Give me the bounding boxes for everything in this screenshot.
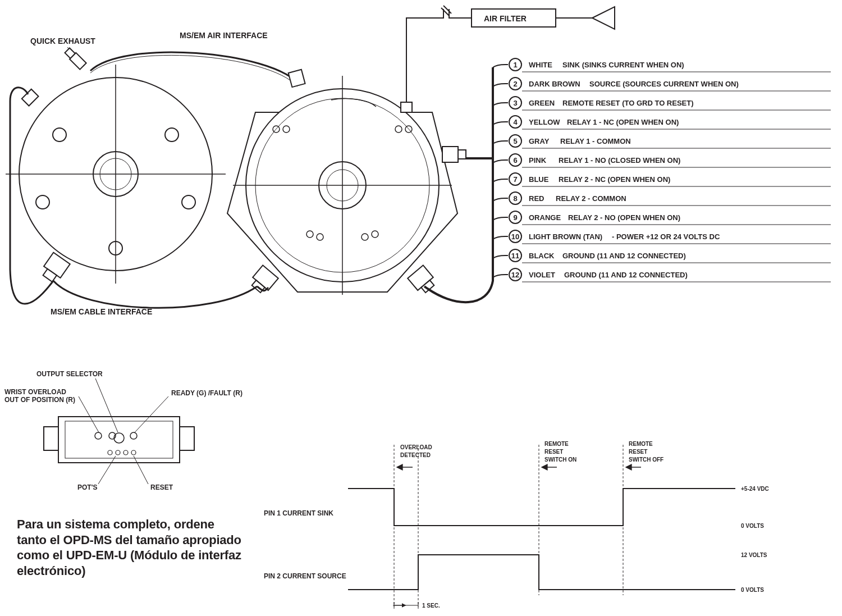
- svg-rect-37: [458, 150, 466, 159]
- svg-text:12: 12: [511, 271, 519, 279]
- pin-row-6: 6 PINK RELAY 1 - NO (CLOSED WHEN ON): [509, 154, 831, 167]
- svg-text:11: 11: [511, 252, 519, 260]
- svg-text:0 VOLTS: 0 VOLTS: [741, 587, 764, 593]
- svg-text:+5-24 VDC: +5-24 VDC: [741, 486, 769, 492]
- svg-text:REMOTE: REMOTE: [629, 441, 653, 447]
- svg-text:3: 3: [513, 99, 517, 107]
- svg-text:9: 9: [513, 213, 517, 222]
- pin-row-5: 5 GRAY RELAY 1 - COMMON: [509, 135, 831, 148]
- svg-rect-104: [44, 427, 58, 450]
- svg-text:BLACK: BLACK: [529, 252, 555, 260]
- wrist-overload-label-2: OUT OF POSITION (R): [4, 396, 75, 404]
- svg-text:REMOTE RESET (TO GRD TO RESET): REMOTE RESET (TO GRD TO RESET): [562, 99, 694, 107]
- quick-exhaust-label: QUICK EXHAUST: [30, 36, 95, 45]
- left-flange: [6, 65, 226, 284]
- svg-text:6: 6: [513, 156, 517, 165]
- svg-text:ORANGE: ORANGE: [529, 213, 561, 222]
- msem-air-label: MS/EM AIR INTERFACE: [180, 31, 268, 40]
- ready-fault-label: READY (G) /FAULT (R): [171, 389, 242, 397]
- pin-row-9: 9 ORANGE RELAY 2 - NO (OPEN WHEN ON): [509, 211, 831, 225]
- svg-text:RELAY 2 - COMMON: RELAY 2 - COMMON: [556, 194, 626, 203]
- svg-text:DETECTED: DETECTED: [400, 452, 431, 458]
- pin-row-8: 8 RED RELAY 2 - COMMON: [509, 192, 831, 206]
- svg-text:PIN 2 CURRENT SOURCE: PIN 2 CURRENT SOURCE: [264, 572, 346, 580]
- spanish-note: Para un sistema completo, ordene tanto e…: [17, 517, 241, 578]
- svg-text:5: 5: [513, 137, 517, 145]
- svg-text:RELAY 1 - NO (CLOSED WHEN ON): RELAY 1 - NO (CLOSED WHEN ON): [559, 156, 680, 165]
- svg-text:LIGHT BROWN (TAN): LIGHT BROWN (TAN): [529, 232, 602, 241]
- svg-text:GREEN: GREEN: [529, 99, 555, 107]
- pin-row-11: 11 BLACK GROUND (11 AND 12 CONNECTED): [509, 249, 831, 263]
- reset-label: RESET: [150, 483, 173, 491]
- svg-text:10: 10: [511, 232, 519, 241]
- quick-exhaust-fitting: [64, 47, 86, 70]
- pin-row-10: 10 LIGHT BROWN (TAN) - POWER +12 OR 24 V…: [509, 230, 831, 244]
- pin-row-4: 4 YELLOW RELAY 1 - NC (OPEN WHEN ON): [509, 116, 831, 129]
- em-module: [44, 417, 194, 463]
- svg-text:GRAY: GRAY: [529, 137, 550, 145]
- timing-diagram: OVERLOAD DETECTED REMOTE RESET SWITCH ON…: [264, 441, 769, 609]
- svg-text:8: 8: [513, 194, 517, 203]
- pots-label: POT'S: [77, 483, 98, 491]
- svg-text:RELAY 2 - NC (OPEN WHEN ON): RELAY 2 - NC (OPEN WHEN ON): [559, 175, 670, 184]
- svg-text:YELLOW: YELLOW: [529, 118, 560, 126]
- svg-text:VIOLET: VIOLET: [529, 271, 555, 279]
- svg-text:REMOTE: REMOTE: [544, 441, 569, 447]
- svg-rect-34: [289, 70, 305, 87]
- pin-row-12: 12 VIOLET GROUND (11 AND 12 CONNECTED): [509, 268, 831, 282]
- svg-text:RELAY 1 - COMMON: RELAY 1 - COMMON: [560, 137, 631, 145]
- svg-line-3: [441, 8, 449, 16]
- pin-row-3: 3 GREEN REMOTE RESET (TO GRD TO RESET): [509, 97, 831, 110]
- svg-text:RELAY 2 - NO (OPEN WHEN ON): RELAY 2 - NO (OPEN WHEN ON): [568, 213, 680, 222]
- svg-text:1: 1: [513, 61, 517, 69]
- svg-text:SOURCE (SOURCES CURRENT WHEN O: SOURCE (SOURCES CURRENT WHEN ON): [589, 80, 739, 88]
- svg-text:2: 2: [513, 80, 517, 88]
- pin-legend: 1 WHITE SINK (SINKS CURRENT WHEN ON) 2 D…: [509, 58, 831, 282]
- right-flange: [227, 70, 466, 295]
- svg-rect-105: [180, 427, 194, 450]
- svg-text:7: 7: [513, 175, 517, 184]
- svg-rect-102: [58, 417, 180, 463]
- svg-text:PINK: PINK: [529, 156, 547, 165]
- air-filter-label: AIR FILTER: [484, 14, 527, 23]
- wrist-overload-label-1: WRIST OVERLOAD: [4, 388, 66, 396]
- svg-text:SWITCH ON: SWITCH ON: [544, 457, 576, 463]
- svg-rect-35: [401, 102, 412, 112]
- svg-text:BLUE: BLUE: [529, 175, 549, 184]
- svg-text:OVERLOAD: OVERLOAD: [400, 444, 432, 450]
- output-selector-label: OUTPUT SELECTOR: [36, 370, 103, 378]
- svg-line-2: [443, 6, 451, 13]
- pin-row-1: 1 WHITE SINK (SINKS CURRENT WHEN ON): [509, 58, 831, 72]
- svg-text:- POWER +12 OR 24 VOLTS DC: - POWER +12 OR 24 VOLTS DC: [612, 232, 720, 241]
- svg-text:1 SEC.: 1 SEC.: [422, 603, 440, 609]
- msem-cable-label: MS/EM CABLE INTERFACE: [51, 307, 152, 316]
- svg-text:RELAY 1 - NC (OPEN WHEN ON): RELAY 1 - NC (OPEN WHEN ON): [567, 118, 679, 126]
- svg-text:PIN 1 CURRENT SINK: PIN 1 CURRENT SINK: [264, 509, 333, 517]
- svg-rect-17: [22, 89, 39, 106]
- svg-text:12 VOLTS: 12 VOLTS: [741, 552, 767, 558]
- svg-text:SINK (SINKS CURRENT WHEN ON): SINK (SINKS CURRENT WHEN ON): [562, 61, 684, 69]
- svg-text:RESET: RESET: [629, 449, 647, 455]
- svg-rect-36: [442, 147, 458, 162]
- svg-text:GROUND (11 AND 12 CONNECTED): GROUND (11 AND 12 CONNECTED): [562, 252, 686, 260]
- svg-text:GROUND (11 AND 12 CONNECTED): GROUND (11 AND 12 CONNECTED): [564, 271, 688, 279]
- pin-row-2: 2 DARK BROWN SOURCE (SOURCES CURRENT WHE…: [509, 77, 831, 91]
- svg-text:RESET: RESET: [544, 449, 563, 455]
- svg-text:0 VOLTS: 0 VOLTS: [741, 523, 764, 529]
- svg-text:WHITE: WHITE: [529, 61, 552, 69]
- svg-text:RED: RED: [529, 194, 544, 203]
- svg-text:4: 4: [513, 118, 518, 126]
- svg-text:SWITCH OFF: SWITCH OFF: [629, 457, 663, 463]
- pin-row-7: 7 BLUE RELAY 2 - NC (OPEN WHEN ON): [509, 173, 831, 186]
- svg-text:DARK BROWN: DARK BROWN: [529, 80, 580, 88]
